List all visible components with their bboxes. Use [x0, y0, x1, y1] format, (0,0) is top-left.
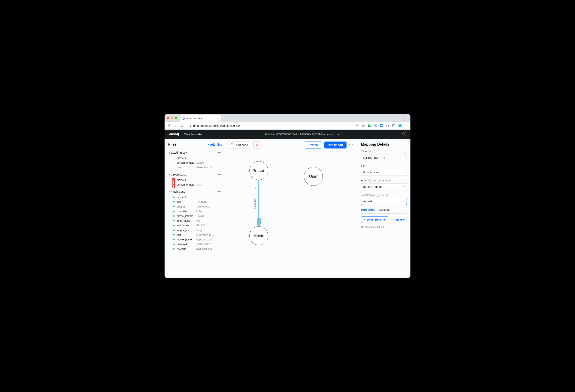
zoom-ext-icon[interactable]: [380, 124, 383, 128]
swap-direction-icon[interactable]: ⇄: [404, 151, 407, 154]
select-from-file-button[interactable]: + Select from file: [361, 216, 388, 223]
delete-button[interactable]: [254, 141, 261, 148]
safari-ext-icon[interactable]: [398, 124, 402, 128]
field-row[interactable]: movie_poster https://image....: [168, 237, 222, 242]
add-files-button[interactable]: + Add files: [208, 143, 222, 146]
reload-button[interactable]: [180, 124, 184, 128]
node-movie[interactable]: Movie: [249, 226, 268, 245]
tab-properties[interactable]: Properties: [361, 208, 375, 213]
file-menu-icon[interactable]: •••: [218, 190, 222, 193]
field-key: movie_poster: [177, 238, 196, 241]
tab-close-icon[interactable]: ×: [217, 117, 219, 120]
svg-point-12: [406, 125, 407, 126]
field-key: imdbVotes: [177, 224, 196, 227]
neo4j-logo: •neo4j: [169, 132, 179, 137]
file-header[interactable]: ▾ acted_in.csv •••: [168, 150, 222, 156]
info-icon[interactable]: i: [368, 179, 371, 182]
window-minimize[interactable]: [171, 117, 173, 119]
field-row[interactable]: movieId 1: [168, 156, 222, 160]
field-row[interactable]: title Toy Story: [168, 200, 222, 204]
field-row[interactable]: budget 30000000.0: [168, 204, 222, 209]
field-key: movieId: [177, 196, 196, 199]
node-person[interactable]: Person: [249, 161, 268, 180]
type-value-box[interactable]: DIRECTED %: [361, 154, 407, 161]
from-select[interactable]: person_tmdbId ▾: [361, 183, 407, 190]
forward-button[interactable]: [174, 124, 178, 128]
field-row[interactable]: movieId 1: [168, 195, 222, 200]
field-value: A cowboy do...: [196, 233, 214, 236]
field-row[interactable]: movie_imdbId 114709: [168, 214, 222, 218]
node-movie-label: Movie: [253, 233, 264, 238]
tab-bar: Data Importer × +: [165, 114, 410, 122]
gdrive-ext-icon[interactable]: [367, 124, 371, 128]
field-key: languages: [177, 229, 196, 232]
chevron-down-icon: ▾: [403, 200, 405, 203]
graph-viewport[interactable]: % DIRECTED Person Movie User: [227, 151, 354, 265]
profile-icon[interactable]: [392, 124, 396, 128]
field-row[interactable]: released 1995-11-22: [168, 242, 222, 247]
field-key: countries: [177, 210, 196, 213]
new-tab-button[interactable]: +: [222, 115, 228, 121]
field-row[interactable]: person_tmdbId 7879: [168, 182, 222, 187]
file-menu-icon[interactable]: •••: [218, 151, 222, 154]
info-icon[interactable]: i: [367, 165, 369, 167]
file-select[interactable]: directed.csv ▾: [361, 169, 407, 176]
to-select[interactable]: movieId ▾: [361, 198, 407, 205]
field-status-dot: [173, 229, 175, 231]
files-sidebar: Files + Add files ▾ acted_in.csv ••• mov…: [165, 139, 224, 278]
chevron-down-icon: ▾: [169, 173, 170, 176]
field-row[interactable]: revenue 373554033.0: [168, 247, 222, 251]
bookmark-star-icon[interactable]: [361, 124, 365, 128]
canvas-actions: Preview Run Import •••: [304, 141, 353, 148]
field-row[interactable]: movieId 1: [168, 178, 222, 182]
window-maximize[interactable]: [175, 117, 177, 119]
no-properties-text: No properties defined: [361, 226, 407, 229]
app-title: Data Importer: [184, 133, 203, 136]
field-row[interactable]: plot A cowboy do...: [168, 232, 222, 237]
type-pct: %: [383, 156, 385, 159]
field-row[interactable]: imdbRating 8.3: [168, 218, 222, 223]
browser-tab[interactable]: Data Importer ×: [180, 115, 221, 122]
add-node-button[interactable]: Add node: [227, 141, 251, 148]
field-row[interactable]: role Slinky Dog (v...: [168, 165, 222, 170]
tab-mapping[interactable]: Mapping: [379, 208, 390, 213]
edge-pct-label: %: [254, 187, 257, 189]
file-group: ▾ directed.csv ••• movieId 1 person_tmdb…: [168, 171, 222, 187]
connection-string[interactable]: bolt+s://85474006517e1dc2988064c7a2109d4…: [208, 133, 397, 136]
file-header[interactable]: ▾ movies.csv •••: [168, 189, 222, 195]
run-import-button[interactable]: Run Import: [324, 141, 347, 148]
extension-icons: [355, 124, 408, 128]
url-field[interactable]: data-importer.neo4j.io/versions/0.7.0/: [187, 123, 353, 129]
canvas-more-icon[interactable]: •••: [349, 143, 353, 147]
field-key: movieId: [177, 178, 196, 182]
field-status-dot: [173, 239, 175, 240]
mapping-tabs: Properties Mapping: [361, 208, 407, 214]
share-icon[interactable]: [355, 124, 359, 128]
back-button[interactable]: [167, 124, 171, 128]
kebab-menu-icon[interactable]: [404, 124, 408, 128]
field-value: https://image....: [196, 238, 215, 241]
field-row[interactable]: languages English: [168, 228, 222, 232]
edge-directed[interactable]: [257, 180, 261, 227]
extensions-puzzle-icon[interactable]: [386, 124, 389, 128]
to-select-value: movieId: [363, 200, 373, 203]
translate-ext-icon[interactable]: [374, 124, 377, 128]
preview-button[interactable]: Preview: [304, 141, 322, 148]
info-icon[interactable]: i: [368, 150, 371, 153]
help-button[interactable]: ?: [402, 132, 406, 136]
window-close[interactable]: [167, 117, 169, 119]
field-row[interactable]: countries USA: [168, 209, 222, 214]
file-menu-icon[interactable]: •••: [218, 173, 222, 176]
field-row[interactable]: person_tmdbId 12899: [168, 160, 222, 165]
node-user[interactable]: User: [304, 167, 323, 186]
traffic-lights: [167, 117, 177, 119]
from-label-row: From i Person (tmdbId): [361, 179, 407, 182]
tab-bar-chevron-icon[interactable]: [402, 116, 408, 119]
from-hint: Person (tmdbId): [372, 179, 391, 182]
app-header: •neo4j Data Importer bolt+s://8547400651…: [165, 130, 410, 139]
field-value: 591836: [196, 224, 205, 227]
add-new-button[interactable]: + Add new: [391, 218, 405, 221]
field-row[interactable]: imdbVotes 591836: [168, 223, 222, 228]
info-icon[interactable]: i: [365, 194, 368, 196]
file-header[interactable]: ▾ directed.csv •••: [168, 171, 222, 178]
